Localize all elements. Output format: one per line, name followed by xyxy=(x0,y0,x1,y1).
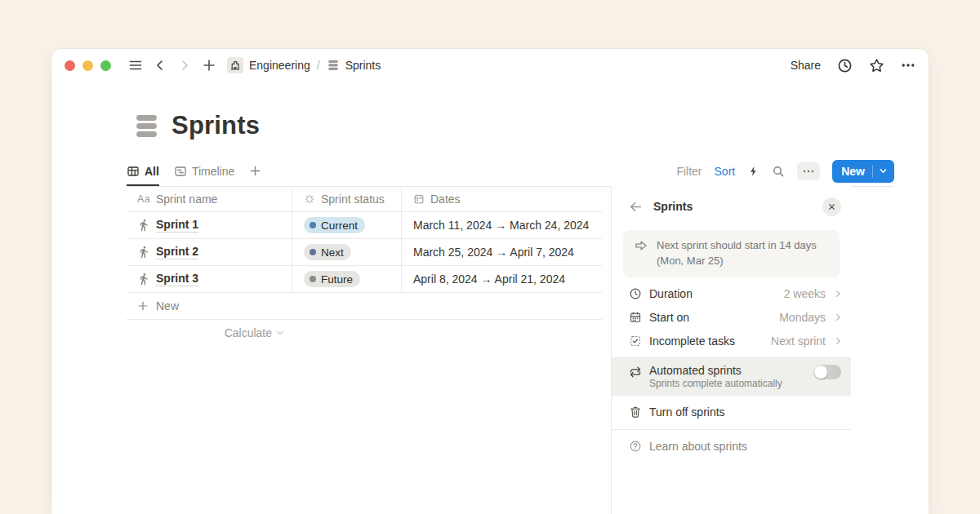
back-arrow-icon[interactable] xyxy=(629,200,643,214)
favorite-star-icon[interactable] xyxy=(869,58,884,73)
calculate-dropdown[interactable]: Calculate xyxy=(127,320,292,346)
search-icon[interactable] xyxy=(772,165,785,178)
status-badge[interactable]: Current xyxy=(304,217,365,233)
sort-button[interactable]: Sort xyxy=(715,165,736,178)
sprint-settings-panel: Sprints Next sprint should start in 14 d… xyxy=(611,186,851,514)
tab-timeline-label: Timeline xyxy=(192,165,234,178)
tab-all[interactable]: All xyxy=(127,156,159,186)
arrow-right-outline-icon xyxy=(634,238,648,269)
calendar-icon xyxy=(629,311,642,324)
new-button-label: New xyxy=(832,165,872,178)
sidebar-menu-icon[interactable] xyxy=(126,55,145,75)
setting-incomplete-tasks[interactable]: Incomplete tasks Next sprint xyxy=(612,330,851,353)
checkbox-icon xyxy=(629,335,642,348)
automated-sprints-description: Sprints complete automatically xyxy=(649,378,782,389)
sprint-title-link[interactable]: Sprint 2 xyxy=(156,245,198,260)
chevron-right-icon xyxy=(833,336,843,346)
setting-duration-value: 2 weeks xyxy=(784,287,826,300)
nav-forward-icon[interactable] xyxy=(175,55,194,75)
status-property-icon xyxy=(304,193,315,205)
chevron-right-icon xyxy=(833,289,843,299)
filter-button[interactable]: Filter xyxy=(676,165,702,178)
close-window-button[interactable] xyxy=(65,60,75,71)
teamspace-icon[interactable] xyxy=(227,57,243,73)
sprint-title-link[interactable]: Sprint 1 xyxy=(156,218,198,233)
runner-icon xyxy=(137,246,150,259)
tab-timeline[interactable]: Timeline xyxy=(174,156,234,186)
table-header-row: Aa Sprint name Sprint status Dates xyxy=(127,186,602,212)
more-options-icon[interactable] xyxy=(901,59,915,72)
date-range[interactable]: March 25, 2024 → April 7, 2024 xyxy=(413,246,574,259)
column-dates[interactable]: Dates xyxy=(430,193,461,206)
column-sprint-name[interactable]: Sprint name xyxy=(156,193,217,206)
help-circle-icon xyxy=(629,440,642,453)
panel-title: Sprints xyxy=(653,200,693,213)
date-range[interactable]: March 11, 2024 → March 24, 2024 xyxy=(413,219,589,232)
turn-off-sprints-button[interactable]: Turn off sprints xyxy=(612,396,851,429)
date-property-icon xyxy=(413,193,425,205)
updates-clock-icon[interactable] xyxy=(837,58,853,73)
table-row[interactable]: Sprint 1 Current March 11, 2024 → March … xyxy=(127,212,602,239)
view-options-button[interactable] xyxy=(797,162,820,180)
turn-off-sprints-label: Turn off sprints xyxy=(649,405,725,419)
new-dropdown-chevron-icon[interactable] xyxy=(873,166,894,175)
new-page-icon[interactable] xyxy=(199,55,219,75)
add-view-button[interactable] xyxy=(249,156,261,186)
runner-icon xyxy=(137,219,150,232)
runner-icon xyxy=(137,273,150,286)
status-badge[interactable]: Next xyxy=(304,244,351,260)
setting-start-on-label: Start on xyxy=(649,311,689,324)
learn-about-sprints-link[interactable]: Learn about sprints xyxy=(612,430,851,463)
column-sprint-status[interactable]: Sprint status xyxy=(321,193,385,206)
learn-about-sprints-label: Learn about sprints xyxy=(649,440,747,453)
app-window: Engineering / Sprints Share Sprints xyxy=(51,49,929,514)
minimize-window-button[interactable] xyxy=(82,60,93,71)
text-property-icon: Aa xyxy=(137,193,150,205)
database-icon xyxy=(327,59,340,72)
status-badge[interactable]: Future xyxy=(304,271,360,287)
calculate-label: Calculate xyxy=(225,326,272,339)
breadcrumb-separator: / xyxy=(316,59,321,72)
share-button[interactable]: Share xyxy=(791,59,821,72)
new-button[interactable]: New xyxy=(832,160,894,183)
lightning-icon[interactable] xyxy=(747,165,760,178)
notice-line-2: (Mon, Mar 25) xyxy=(657,254,817,269)
nav-back-icon[interactable] xyxy=(150,55,170,75)
window-topbar: Engineering / Sprints Share xyxy=(51,49,929,82)
repeat-icon xyxy=(629,366,642,389)
close-panel-button[interactable] xyxy=(822,197,841,216)
date-range[interactable]: April 8, 2024 → April 21, 2024 xyxy=(413,273,565,286)
traffic-lights xyxy=(65,60,111,71)
setting-start-on-value: Mondays xyxy=(779,311,826,324)
setting-incomplete-tasks-label: Incomplete tasks xyxy=(649,335,735,348)
chevron-right-icon xyxy=(833,312,843,322)
tab-all-label: All xyxy=(145,165,159,178)
automated-sprints-row[interactable]: Automated sprints Sprints complete autom… xyxy=(612,358,851,396)
setting-duration[interactable]: Duration 2 weeks xyxy=(612,282,851,306)
table-row[interactable]: Sprint 3 Future April 8, 2024 → April 21… xyxy=(127,266,602,293)
sprints-table: Aa Sprint name Sprint status Dates xyxy=(127,186,602,346)
setting-start-on[interactable]: Start on Mondays xyxy=(612,306,851,330)
automated-sprints-toggle[interactable] xyxy=(813,365,841,379)
breadcrumb: Engineering / Sprints xyxy=(227,57,381,73)
table-row[interactable]: Sprint 2 Next March 25, 2024 → April 7, … xyxy=(127,239,602,266)
sprint-title-link[interactable]: Sprint 3 xyxy=(156,272,198,287)
next-sprint-notice: Next sprint should start in 14 days (Mon… xyxy=(623,230,840,277)
trash-icon xyxy=(629,405,642,419)
breadcrumb-workspace[interactable]: Engineering xyxy=(249,59,310,72)
setting-incomplete-tasks-value: Next sprint xyxy=(771,335,826,348)
page-title: Sprints xyxy=(172,111,260,140)
new-row-label: New xyxy=(156,299,179,312)
breadcrumb-page[interactable]: Sprints xyxy=(345,59,381,72)
setting-duration-label: Duration xyxy=(649,287,693,300)
zoom-window-button[interactable] xyxy=(100,60,111,71)
new-row-button[interactable]: New xyxy=(127,293,602,320)
clock-icon xyxy=(629,287,642,300)
page-database-icon xyxy=(133,113,160,140)
automated-sprints-label: Automated sprints xyxy=(649,364,782,377)
notice-line-1: Next sprint should start in 14 days xyxy=(657,238,817,254)
